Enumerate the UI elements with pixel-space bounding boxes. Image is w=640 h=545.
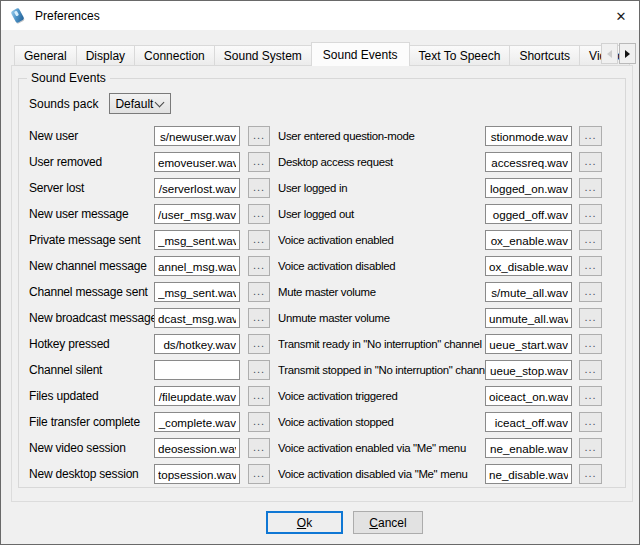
sound-event-label: Voice activation enabled via "Me" menu [278, 442, 485, 454]
browse-button[interactable]: ... [579, 126, 602, 146]
browse-button[interactable]: ... [579, 464, 602, 484]
sound-file-input[interactable] [154, 152, 240, 172]
sound-event-row: Private message sent ... [29, 230, 273, 250]
browse-button[interactable]: ... [579, 204, 602, 224]
sound-events-column-right: User entered question-mode ... Desktop a… [278, 126, 620, 490]
browse-button[interactable]: ... [248, 464, 270, 484]
cancel-button[interactable]: Cancel [353, 511, 423, 534]
browse-button[interactable]: ... [579, 178, 602, 198]
sound-event-label: Voice activation enabled [278, 234, 485, 246]
sound-file-input[interactable] [154, 438, 240, 458]
browse-button[interactable]: ... [579, 334, 602, 354]
sound-file-input[interactable] [485, 412, 572, 432]
sound-file-input[interactable] [154, 334, 240, 354]
sound-file-input[interactable] [154, 256, 240, 276]
sound-file-input[interactable] [485, 308, 572, 328]
browse-button[interactable]: ... [248, 204, 270, 224]
sound-file-input[interactable] [154, 412, 240, 432]
browse-button[interactable]: ... [248, 386, 270, 406]
browse-button[interactable]: ... [248, 282, 270, 302]
sound-file-input[interactable] [154, 282, 240, 302]
sound-event-row: Files updated ... [29, 386, 273, 406]
sound-file-input[interactable] [485, 360, 572, 380]
sound-event-row: Hotkey pressed ... [29, 334, 273, 354]
sound-file-input[interactable] [485, 464, 572, 484]
sound-file-input[interactable] [154, 204, 240, 224]
sound-file-input[interactable] [485, 256, 572, 276]
tab-scroll-left-button[interactable] [601, 43, 618, 64]
browse-button[interactable]: ... [579, 256, 602, 276]
sound-file-input[interactable] [485, 126, 572, 146]
browse-button[interactable]: ... [248, 438, 270, 458]
sound-file-input[interactable] [154, 308, 240, 328]
sound-event-label: Server lost [29, 181, 154, 195]
sound-file-input[interactable] [154, 230, 240, 250]
cancel-label: C [369, 516, 378, 530]
sound-file-input[interactable] [154, 386, 240, 406]
sound-event-label: New desktop session [29, 467, 154, 481]
tab-sound-events[interactable]: Sound Events [311, 42, 410, 66]
browse-button[interactable]: ... [248, 126, 270, 146]
browse-button[interactable]: ... [248, 230, 270, 250]
sound-file-input[interactable] [154, 178, 240, 198]
sound-event-label: New user [29, 129, 154, 143]
window-title: Preferences [35, 9, 100, 23]
browse-button[interactable]: ... [248, 360, 270, 380]
ok-button[interactable]: Ok [266, 511, 343, 534]
sound-file-input[interactable] [154, 464, 240, 484]
sound-file-input[interactable] [154, 360, 240, 380]
sound-file-input[interactable] [485, 334, 572, 354]
tab-bar: General Display Connection Sound System … [14, 42, 639, 66]
sounds-pack-label: Sounds pack [29, 97, 98, 111]
sound-file-input[interactable] [154, 126, 240, 146]
sound-event-row: User entered question-mode ... [278, 126, 620, 146]
sound-event-row: Voice activation disabled via "Me" menu … [278, 464, 620, 484]
groupbox-title: Sound Events [27, 71, 110, 85]
tab-scroll-right-button[interactable] [619, 43, 636, 64]
sounds-pack-dropdown[interactable]: Default [109, 93, 171, 114]
ok-label: O [297, 516, 306, 530]
browse-button[interactable]: ... [579, 438, 602, 458]
sound-file-input[interactable] [485, 282, 572, 302]
sound-event-label: Voice activation triggered [278, 390, 485, 402]
sounds-pack-row: Sounds pack Default [29, 93, 171, 114]
sound-file-input[interactable] [485, 152, 572, 172]
browse-button[interactable]: ... [248, 308, 270, 328]
browse-button[interactable]: ... [579, 360, 602, 380]
sound-event-row: New user ... [29, 126, 273, 146]
sound-file-input[interactable] [485, 386, 572, 406]
tab-shortcuts[interactable]: Shortcuts [509, 45, 580, 66]
browse-button[interactable]: ... [248, 152, 270, 172]
sound-event-row: Voice activation enabled via "Me" menu .… [278, 438, 620, 458]
sound-file-input[interactable] [485, 204, 572, 224]
browse-button[interactable]: ... [248, 256, 270, 276]
sound-event-row: Channel message sent ... [29, 282, 273, 302]
tab-connection[interactable]: Connection [134, 45, 215, 66]
browse-button[interactable]: ... [579, 308, 602, 328]
browse-button[interactable]: ... [579, 230, 602, 250]
sound-event-label: Transmit ready in "No interruption" chan… [278, 338, 485, 350]
sound-event-row: Server lost ... [29, 178, 273, 198]
browse-button[interactable]: ... [248, 412, 270, 432]
browse-button[interactable]: ... [248, 178, 270, 198]
browse-button[interactable]: ... [579, 386, 602, 406]
sound-event-row: New video session ... [29, 438, 273, 458]
sound-file-input[interactable] [485, 178, 572, 198]
browse-button[interactable]: ... [579, 412, 602, 432]
browse-button[interactable]: ... [579, 282, 602, 302]
tab-text-to-speech[interactable]: Text To Speech [409, 45, 511, 66]
tab-display[interactable]: Display [76, 45, 135, 66]
sound-file-input[interactable] [485, 438, 572, 458]
sounds-pack-value: Default [115, 97, 153, 111]
tab-sound-system[interactable]: Sound System [214, 45, 312, 66]
sound-event-row: Desktop access request ... [278, 152, 620, 172]
sound-file-input[interactable] [485, 230, 572, 250]
sound-event-row: Voice activation enabled ... [278, 230, 620, 250]
close-icon[interactable]: ✕ [610, 8, 632, 25]
sound-event-row: User logged in ... [278, 178, 620, 198]
browse-button[interactable]: ... [248, 334, 270, 354]
sound-event-row: Unmute master volume ... [278, 308, 620, 328]
browse-button[interactable]: ... [579, 152, 602, 172]
tab-general[interactable]: General [14, 45, 77, 66]
sound-event-label: Voice activation disabled [278, 260, 485, 272]
